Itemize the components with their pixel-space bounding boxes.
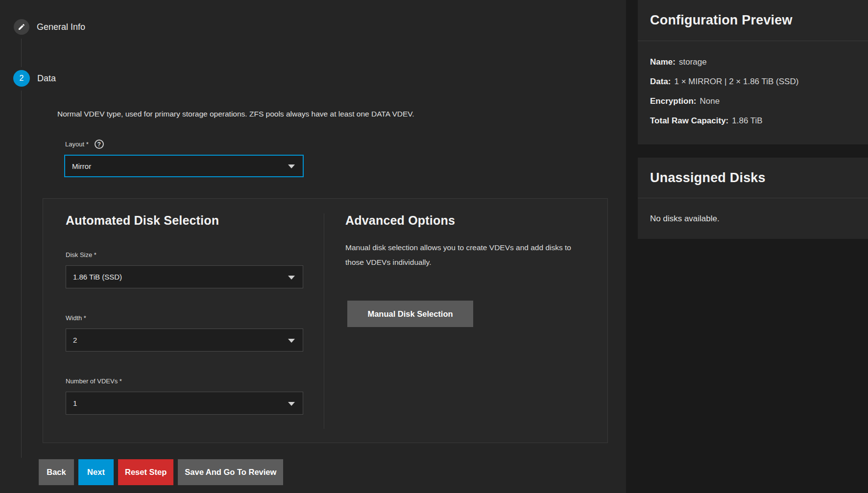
configuration-preview-header: Configuration Preview <box>638 0 868 41</box>
no-disks-message: No disks available. <box>650 214 856 224</box>
disk-size-select-value: 1.86 TiB (SSD) <box>73 273 122 281</box>
width-select[interactable]: 2 <box>66 329 303 352</box>
advanced-options-title: Advanced Options <box>345 213 455 228</box>
manual-disk-selection-button[interactable]: Manual Disk Selection <box>347 301 473 327</box>
layout-select[interactable]: Mirror <box>64 155 304 177</box>
number-of-vdevs-label: Number of VDEVs * <box>66 377 122 385</box>
next-button[interactable]: Next <box>78 459 114 485</box>
config-value: storage <box>679 57 707 68</box>
back-button[interactable]: Back <box>39 459 74 485</box>
chevron-down-icon <box>288 339 295 343</box>
advanced-options-description: Manual disk selection allows you to crea… <box>345 240 588 270</box>
config-label: Encryption: <box>650 96 696 107</box>
layout-field-header: Layout * ? <box>65 140 104 149</box>
config-row-data: Data: 1 × MIRROR | 2 × 1.86 TiB (SSD) <box>650 76 856 87</box>
config-value: 1 × MIRROR | 2 × 1.86 TiB (SSD) <box>675 76 799 87</box>
layout-label: Layout * <box>65 141 89 148</box>
stepper-connector <box>21 91 22 458</box>
data-vdev-description: Normal VDEV type, used for primary stora… <box>57 110 414 118</box>
step-data[interactable]: 2 Data <box>13 70 56 87</box>
chevron-down-icon <box>288 276 295 280</box>
config-row-encryption: Encryption: None <box>650 96 856 107</box>
stepper-connector <box>21 39 22 67</box>
save-and-go-to-review-button[interactable]: Save And Go To Review <box>178 459 283 485</box>
step-general-info[interactable]: General Info <box>14 19 85 35</box>
unassigned-disks-body: No disks available. <box>638 198 868 224</box>
wizard-main: General Info 2 Data Normal VDEV type, us… <box>0 0 626 493</box>
step-number-circle: 2 <box>13 70 30 87</box>
help-icon[interactable]: ? <box>95 140 104 149</box>
disk-size-label: Disk Size * <box>66 251 96 258</box>
config-label: Data: <box>650 76 671 87</box>
pool-creation-wizard: General Info 2 Data Normal VDEV type, us… <box>0 0 868 493</box>
config-label: Name: <box>650 57 675 68</box>
disk-selection-card: Automated Disk Selection Disk Size * 1.8… <box>43 198 608 443</box>
unassigned-disks-panel: Unassigned Disks No disks available. <box>638 158 868 239</box>
disk-size-select[interactable]: 1.86 TiB (SSD) <box>66 265 303 288</box>
config-label: Total Raw Capacity: <box>650 116 728 126</box>
configuration-preview-body: Name: storage Data: 1 × MIRROR | 2 × 1.8… <box>638 41 868 126</box>
step-actions: Back Next Reset Step Save And Go To Revi… <box>39 459 283 485</box>
step-label-general-info: General Info <box>37 22 85 32</box>
chevron-down-icon <box>288 402 295 406</box>
configuration-preview-panel: Configuration Preview Name: storage Data… <box>638 0 868 144</box>
config-row-name: Name: storage <box>650 57 856 68</box>
step-label-data: Data <box>37 73 56 84</box>
number-of-vdevs-select[interactable]: 1 <box>66 392 303 415</box>
config-value: 1.86 TiB <box>732 116 762 126</box>
unassigned-disks-title: Unassigned Disks <box>650 170 766 186</box>
chevron-down-icon <box>288 164 295 168</box>
configuration-preview-title: Configuration Preview <box>650 13 793 28</box>
step-completed-circle <box>14 19 29 35</box>
width-select-value: 2 <box>73 336 77 344</box>
reset-step-button[interactable]: Reset Step <box>118 459 173 485</box>
pencil-icon <box>18 23 25 31</box>
unassigned-disks-header: Unassigned Disks <box>638 158 868 198</box>
layout-select-value: Mirror <box>72 162 91 170</box>
number-of-vdevs-select-value: 1 <box>73 399 77 407</box>
summary-sidebar: Configuration Preview Name: storage Data… <box>626 0 868 493</box>
config-value: None <box>699 96 720 107</box>
column-divider <box>324 213 324 429</box>
width-label: Width * <box>66 314 86 322</box>
config-row-total-raw-capacity: Total Raw Capacity: 1.86 TiB <box>650 116 856 126</box>
automated-disk-selection-title: Automated Disk Selection <box>66 213 219 228</box>
